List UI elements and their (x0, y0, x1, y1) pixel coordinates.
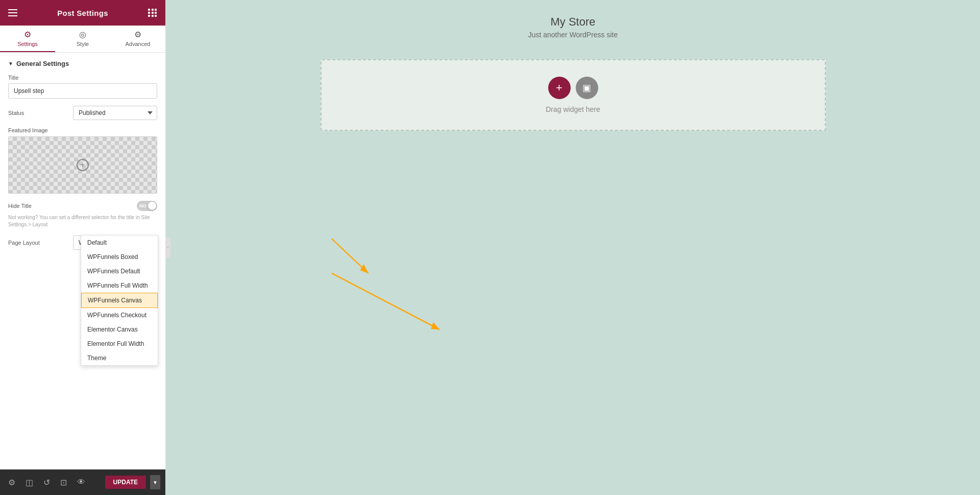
tab-settings[interactable]: ⚙ Settings (0, 26, 55, 52)
svg-line-2 (332, 273, 439, 329)
folder-button[interactable]: ▣ (576, 77, 598, 99)
add-widget-button[interactable]: + (548, 77, 571, 99)
history-toolbar-icon[interactable]: ↺ (40, 476, 53, 489)
widget-actions: + ▣ (548, 77, 598, 99)
layout-dropdown-menu: Default WPFunnels Boxed WPFunnels Defaul… (81, 235, 158, 366)
section-title: General Settings (16, 60, 69, 67)
featured-image-label: Featured Image (8, 127, 157, 133)
section-toggle-icon[interactable]: ▼ (8, 61, 13, 66)
dropdown-item-wpf-default[interactable]: WPFunnels Default (81, 264, 158, 278)
hide-title-toggle[interactable]: NO (137, 201, 157, 211)
advanced-icon: ⚙ (134, 31, 141, 39)
canvas-drop-area[interactable]: + ▣ Drag widget here (321, 59, 826, 131)
left-panel: Post Settings ⚙ Settings ◎ Style ⚙ Advan… (0, 0, 166, 495)
dropdown-item-wpf-canvas[interactable]: WPFunnels Canvas (81, 293, 158, 308)
section-header: ▼ General Settings (8, 60, 157, 67)
dropdown-item-theme[interactable]: Theme (81, 351, 158, 365)
toggle-no-label: NO (139, 203, 146, 208)
hint-text: Not working? You can set a different sel… (8, 214, 157, 228)
site-subtitle: Just another WordPress site (528, 31, 618, 39)
drag-widget-text: Drag widget here (546, 105, 600, 113)
responsive-toolbar-icon[interactable]: ⊡ (57, 476, 70, 489)
tab-bar: ⚙ Settings ◎ Style ⚙ Advanced (0, 26, 165, 53)
settings-icon: ⚙ (24, 31, 31, 39)
title-label: Title (8, 75, 157, 81)
panel-content: ▼ General Settings Title Status Publishe… (0, 53, 165, 469)
hamburger-icon[interactable] (8, 9, 17, 16)
tab-advanced[interactable]: ⚙ Advanced (110, 26, 165, 52)
settings-toolbar-icon[interactable]: ⚙ (5, 476, 18, 489)
status-label: Status (8, 110, 24, 116)
dropdown-item-wpf-full-width[interactable]: WPFunnels Full Width (81, 278, 158, 293)
dropdown-item-elementor-full-width[interactable]: Elementor Full Width (81, 337, 158, 351)
update-arrow-button[interactable]: ▼ (150, 475, 160, 489)
featured-image-box[interactable]: + (8, 136, 157, 194)
status-row: Status Published Draft Private (8, 106, 157, 120)
dropdown-item-elementor-canvas[interactable]: Elementor Canvas (81, 322, 158, 337)
tab-style[interactable]: ◎ Style (55, 26, 110, 52)
page-layout-label: Page Layout (8, 240, 40, 246)
status-select[interactable]: Published Draft Private (73, 106, 157, 120)
toggle-knob (148, 202, 156, 210)
title-input[interactable] (8, 83, 157, 99)
site-title: My Store (550, 15, 595, 29)
dropdown-item-wpf-checkout[interactable]: WPFunnels Checkout (81, 308, 158, 322)
title-field-group: Title (8, 75, 157, 99)
hide-title-label: Hide Title (8, 203, 32, 209)
top-bar: Post Settings (0, 0, 165, 26)
style-icon: ◎ (79, 31, 86, 39)
bottom-toolbar: ⚙ ◫ ↺ ⊡ 👁 UPDATE ▼ (0, 469, 165, 495)
collapse-handle[interactable]: ‹ (165, 238, 170, 258)
grid-icon[interactable] (148, 9, 157, 17)
update-button[interactable]: UPDATE (105, 476, 146, 489)
eye-toolbar-icon[interactable]: 👁 (74, 476, 88, 489)
add-image-icon: + (77, 159, 89, 171)
panel-title: Post Settings (57, 9, 108, 17)
right-canvas: My Store Just another WordPress site + ▣… (166, 0, 980, 495)
layers-toolbar-icon[interactable]: ◫ (22, 476, 36, 489)
dropdown-item-default[interactable]: Default (81, 235, 158, 250)
svg-line-1 (332, 235, 369, 273)
hide-title-row: Hide Title NO (8, 201, 157, 211)
dropdown-item-wpf-boxed[interactable]: WPFunnels Boxed (81, 250, 158, 264)
